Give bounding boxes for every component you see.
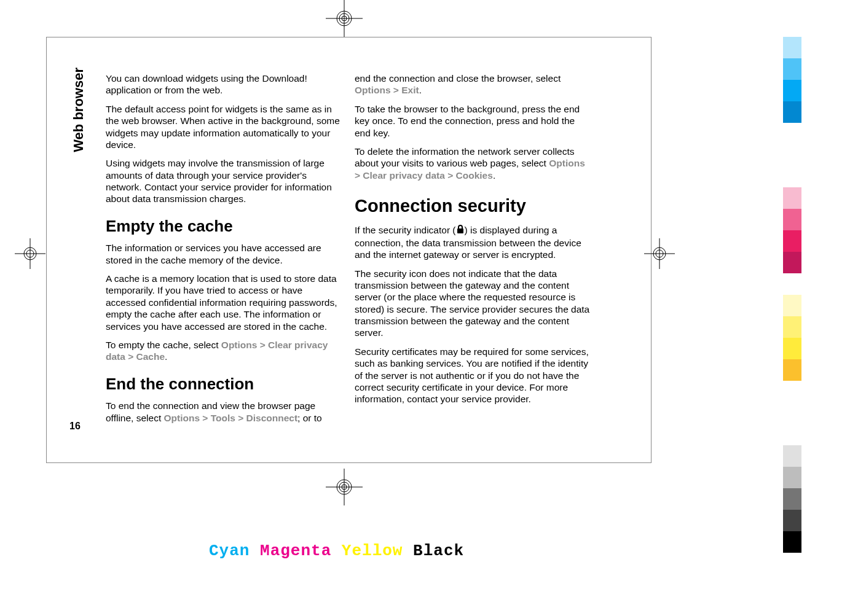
color-bar-swatch: [783, 37, 801, 58]
body-text: The security icon does not indicate that…: [355, 268, 591, 339]
page-number: 16: [69, 421, 81, 432]
column-left: You can download widgets using the Downl…: [106, 72, 342, 431]
color-calibration-bars: [783, 37, 801, 553]
text-fragment: .: [165, 351, 167, 362]
color-bar-swatch: [783, 531, 801, 553]
yellow-label-fill: Yellow: [342, 542, 403, 560]
heading-end-connection: End the connection: [106, 374, 342, 394]
spacer: [403, 542, 413, 560]
color-bar-swatch: [783, 58, 801, 80]
text-fragment: .: [493, 170, 495, 181]
cyan-label: Cyan: [209, 542, 250, 560]
color-bar-swatch: [783, 402, 801, 424]
text-fragment: If the security indicator (: [355, 225, 456, 235]
color-bar-swatch: [783, 295, 801, 316]
text-fragment: ; or to: [297, 413, 322, 423]
color-bar-swatch: [783, 123, 801, 144]
color-bar-swatch: [783, 273, 801, 295]
body-text: A cache is a memory location that is use…: [106, 273, 342, 332]
color-bar-swatch: [783, 359, 801, 381]
color-bar-swatch: [783, 101, 801, 123]
color-bar-swatch: [783, 510, 801, 531]
body-text: To empty the cache, select Options > Cle…: [106, 339, 342, 363]
body-text: To delete the information the network se…: [355, 146, 591, 181]
content-area: You can download widgets using the Downl…: [106, 72, 591, 431]
registration-mark-icon: [326, 469, 363, 508]
color-bar-swatch: [783, 209, 801, 230]
text-fragment: To delete the information the network se…: [355, 146, 575, 168]
side-tab-label: Web browser: [71, 68, 87, 152]
color-bar-swatch: [783, 445, 801, 467]
heading-empty-cache: Empty the cache: [106, 216, 342, 236]
column-right: end the connection and close the browser…: [355, 72, 591, 431]
body-text: To end the connection and view the brows…: [106, 400, 342, 424]
body-text: The information or services you have acc…: [106, 242, 342, 266]
color-bar-swatch: [783, 488, 801, 510]
color-bar-swatch: [783, 144, 801, 166]
body-text: If the security indicator () is displaye…: [355, 224, 591, 260]
color-separation-labels: Cyan Magenta Yellow Black: [209, 542, 464, 560]
body-text: The default access point for widgets is …: [106, 103, 342, 151]
color-bar-swatch: [783, 80, 801, 101]
menu-path: Options > Exit: [355, 85, 419, 95]
yellow-label: Yellow: [342, 542, 403, 560]
registration-mark-icon: [644, 238, 675, 271]
body-text: Security certificates may be required fo…: [355, 346, 591, 405]
color-bar-swatch: [783, 230, 801, 252]
color-bar-swatch: [783, 338, 801, 359]
text-fragment: end the connection and close the browser…: [355, 73, 561, 84]
body-text: To take the browser to the background, p…: [355, 103, 591, 139]
spacer: [331, 542, 342, 560]
color-bar-swatch: [783, 381, 801, 402]
menu-path: Options > Tools > Disconnect: [164, 413, 298, 423]
text-fragment: To empty the cache, select: [106, 340, 221, 350]
heading-connection-security: Connection security: [355, 195, 591, 217]
body-text: Using widgets may involve the transmissi…: [106, 157, 342, 205]
svg-rect-0: [457, 228, 463, 233]
black-label: Black: [413, 542, 464, 560]
spacer: [250, 542, 260, 560]
lock-icon: [456, 225, 465, 236]
registration-mark-icon: [15, 238, 45, 271]
color-bar-swatch: [783, 424, 801, 445]
color-bar-swatch: [783, 467, 801, 488]
color-bar-swatch: [783, 187, 801, 209]
body-text: end the connection and close the browser…: [355, 72, 591, 96]
color-bar-swatch: [783, 252, 801, 273]
color-bar-swatch: [783, 316, 801, 338]
text-fragment: .: [419, 85, 422, 95]
color-bar-swatch: [783, 166, 801, 187]
registration-mark-icon: [326, 0, 363, 39]
body-text: You can download widgets using the Downl…: [106, 72, 342, 96]
magenta-label: Magenta: [260, 542, 331, 560]
